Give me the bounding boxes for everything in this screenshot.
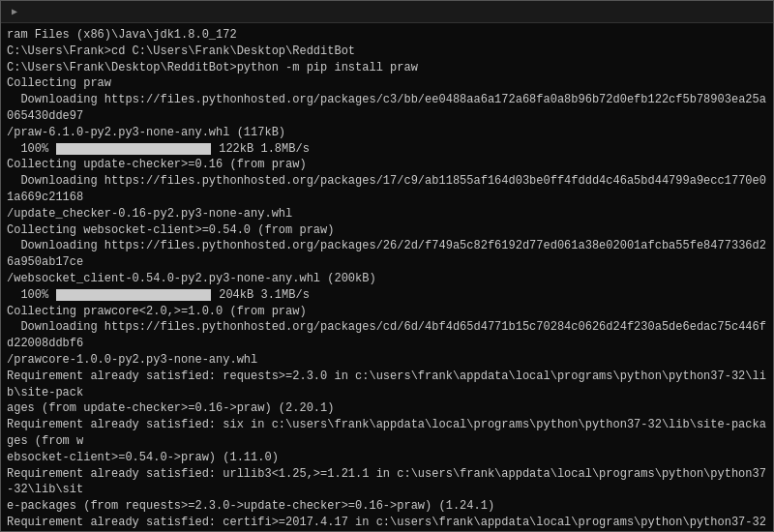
terminal-line: e-packages (from requests>=2.3.0->update… (7, 498, 767, 515)
terminal-line: Collecting prawcore<2.0,>=1.0.0 (from pr… (7, 304, 767, 320)
terminal-line: Requirement already satisfied: certifi>=… (7, 515, 767, 531)
terminal-line: Requirement already satisfied: six in c:… (7, 417, 767, 450)
terminal-line: C:\Users\Frank\Desktop\RedditBot>python … (7, 60, 767, 76)
terminal-line: Requirement already satisfied: urllib3<1… (7, 466, 767, 499)
terminal-line: ebsocket-client>=0.54.0->praw) (1.11.0) (7, 450, 767, 466)
progress-bar (56, 289, 211, 301)
terminal-line: /praw-6.1.0-py2.py3-none-any.whl (117kB) (7, 125, 767, 141)
terminal-line: ages (from update-checker>=0.16->praw) (… (7, 400, 767, 417)
progress-line: 100%122kB 1.8MB/s (7, 141, 767, 158)
command-prompt-window: ▶ ram Files (x86)\Java\jdk1.8.0_172C:\Us… (0, 0, 774, 532)
window-controls (682, 3, 767, 20)
close-button[interactable] (740, 3, 767, 20)
title-bar: ▶ (1, 1, 773, 23)
maximize-button[interactable] (711, 3, 738, 20)
terminal-line: Requirement already satisfied: requests>… (7, 369, 767, 401)
terminal-icon: ▶ (7, 4, 22, 19)
terminal-line: /prawcore-1.0.0-py2.py3-none-any.whl (7, 352, 767, 369)
terminal-line: Downloading https://files.pythonhosted.o… (7, 173, 767, 206)
terminal-line: Downloading https://files.pythonhosted.o… (7, 319, 767, 352)
title-bar-left: ▶ (7, 4, 28, 19)
terminal-line: /websocket_client-0.54.0-py2.py3-none-an… (7, 271, 767, 287)
terminal-line: Collecting praw (7, 75, 767, 92)
terminal-line: Downloading https://files.pythonhosted.o… (7, 238, 767, 271)
minimize-button[interactable] (682, 3, 709, 20)
terminal-line: Collecting websocket-client>=0.54.0 (fro… (7, 222, 767, 239)
progress-bar (56, 143, 211, 155)
progress-line: 100%204kB 3.1MB/s (7, 287, 767, 304)
terminal-line: C:\Users\Frank>cd C:\Users\Frank\Desktop… (7, 44, 767, 60)
terminal-line: /update_checker-0.16-py2.py3-none-any.wh… (7, 206, 767, 222)
terminal-line: Collecting update-checker>=0.16 (from pr… (7, 157, 767, 173)
terminal-line: ram Files (x86)\Java\jdk1.8.0_172 (7, 27, 767, 44)
terminal-output[interactable]: ram Files (x86)\Java\jdk1.8.0_172C:\User… (1, 23, 773, 531)
terminal-line: Downloading https://files.pythonhosted.o… (7, 92, 767, 125)
